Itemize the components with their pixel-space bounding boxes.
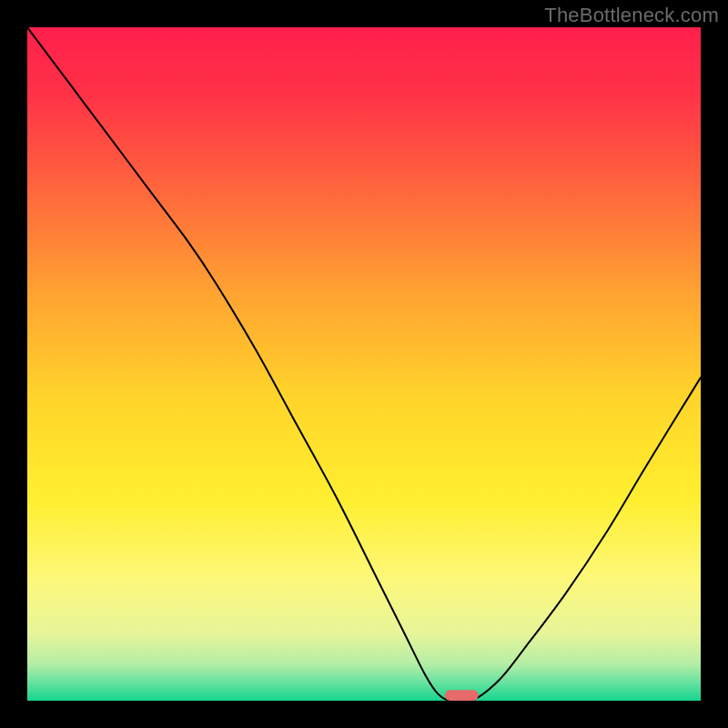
chart-frame: TheBottleneck.com: [0, 0, 728, 728]
chart-svg: [27, 27, 701, 701]
watermark-text: TheBottleneck.com: [544, 4, 719, 27]
plot-area: [27, 27, 701, 701]
optimal-point: [445, 690, 479, 701]
gradient-background: [27, 27, 701, 701]
